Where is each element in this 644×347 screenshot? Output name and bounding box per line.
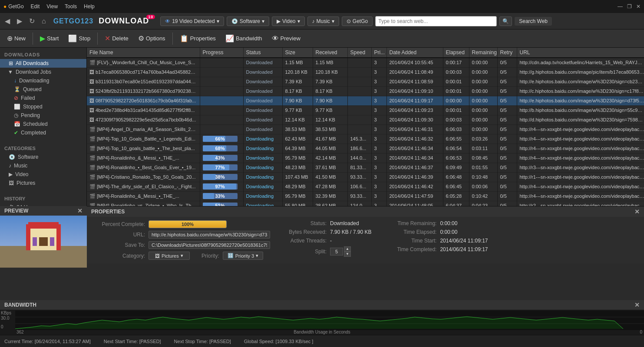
- software-btn[interactable]: 💿 Software ▾: [227, 16, 269, 26]
- sidebar-item-video[interactable]: ▶ Video: [0, 170, 86, 179]
- cell-elapsed: 6:06:55: [443, 134, 469, 144]
- nav-forward-btn[interactable]: ▶: [15, 16, 24, 26]
- preview-close-btn[interactable]: ✕: [77, 207, 83, 214]
- nav-refresh-btn[interactable]: ↻: [27, 16, 37, 26]
- sidebar-item-queued[interactable]: ⏳ Queued: [0, 85, 86, 94]
- col-header-pri[interactable]: Pri...: [371, 48, 386, 58]
- sidebar-item-pictures[interactable]: 🖼 Pictures: [0, 179, 86, 187]
- bandwidth-button[interactable]: 📈 Bandwidth: [221, 33, 267, 44]
- table-row[interactable]: 🎬[MP4]-Top_10_Goals_Battle_•_Legends_Edi…: [87, 134, 644, 144]
- table-container[interactable]: File Name Progress Status Size Received …: [87, 48, 644, 206]
- cat-dropdown-icon: ▾: [181, 253, 183, 259]
- sidebar-item-scheduled[interactable]: 📅 Scheduled: [0, 120, 86, 128]
- sidebar-item-stopped[interactable]: ⬜ Stopped: [0, 102, 86, 111]
- nav-home-btn[interactable]: ⌂: [40, 16, 48, 26]
- cell-progress: 33%: [200, 191, 243, 201]
- cell-size: 64.39 MB: [282, 144, 313, 153]
- cell-status: Downloaded: [243, 77, 282, 86]
- col-header-status[interactable]: Status: [243, 48, 282, 58]
- col-header-filename[interactable]: File Name: [87, 48, 200, 58]
- col-header-size[interactable]: Size: [282, 48, 313, 58]
- properties-close-btn[interactable]: ✕: [634, 208, 640, 215]
- table-row[interactable]: 🖼472309f79052982229e5ed25d5ca7bcb0b46d..…: [87, 115, 644, 124]
- table-row[interactable]: 🖼b17eca8065380cd7174a760ba344ad3458828..…: [87, 67, 644, 77]
- table-row[interactable]: 🎬[MP4]-Ronaldinho_vs_Zidane_•_Who_Is_Th.…: [87, 201, 644, 206]
- cell-status: Downloaded: [243, 67, 282, 77]
- cell-pri: 3: [371, 115, 386, 124]
- cell-progress: [200, 124, 243, 134]
- win-close[interactable]: ✕: [636, 3, 641, 10]
- new-button[interactable]: ⊕ New: [3, 33, 30, 44]
- cell-url: http://e.hiphotos.baidu.com/image/w%3D23…: [517, 96, 644, 105]
- stop-button[interactable]: ⬜ Stop: [64, 33, 95, 44]
- table-row[interactable]: 🎬[MP4]-The_dirty_side_of_El_Clasico_-_Fi…: [87, 182, 644, 191]
- menu-tools[interactable]: Tools: [65, 3, 77, 10]
- bw-yzero: 0: [1, 324, 3, 329]
- search-box[interactable]: [375, 16, 497, 26]
- saveto-field[interactable]: [149, 241, 270, 249]
- music-btn[interactable]: ♪ Music ▾: [307, 16, 339, 26]
- nav-back-btn[interactable]: ◀: [3, 16, 12, 26]
- delete-button[interactable]: ✕ Delete: [100, 33, 133, 44]
- sidebar-item-download-jobs[interactable]: ▼ Download Jobs: [0, 68, 86, 76]
- col-header-progress[interactable]: Progress: [200, 48, 243, 58]
- table-row[interactable]: 🎬[MP4]-Cristiano_Ronaldo_Top_50_Goals_20…: [87, 172, 644, 182]
- bandwidth-close-btn[interactable]: ✕: [634, 301, 640, 308]
- table-row[interactable]: 🖼5243fbf2b211931332172b5667380cd790238d.…: [87, 86, 644, 96]
- col-header-elapsed[interactable]: Elapsed: [443, 48, 469, 58]
- start-button[interactable]: ▶ Start: [36, 33, 63, 44]
- search-input[interactable]: [376, 16, 496, 26]
- col-header-speed[interactable]: Speed: [347, 48, 371, 58]
- options-button[interactable]: ⚙ Options: [134, 33, 170, 44]
- preview-button[interactable]: 👁 Preview: [268, 33, 305, 44]
- menu-edit[interactable]: Edit: [31, 3, 40, 10]
- cell-speed: [347, 96, 371, 105]
- menu-view[interactable]: View: [46, 3, 58, 10]
- sidebar-item-all-downloads[interactable]: ⊞ All Downloads: [0, 59, 86, 68]
- split-down-btn[interactable]: ▼: [344, 252, 351, 257]
- table-row[interactable]: 🖼4bed2e738bd4b31ca941435d85d6277f9f2ff8.…: [87, 105, 644, 115]
- properties-button[interactable]: 📋 Properties: [175, 33, 220, 44]
- split-up-btn[interactable]: ▲: [344, 246, 351, 252]
- sidebar-item-completed[interactable]: ✔ Completed: [0, 128, 86, 137]
- menu-getgo[interactable]: GetGo: [8, 3, 23, 10]
- col-header-remaining[interactable]: Remaining: [469, 48, 497, 58]
- sidebar-item-failed[interactable]: ⊘ Failed: [0, 94, 86, 102]
- sidebar-item-24h[interactable]: ⏱ 24 Hours: [0, 203, 86, 206]
- detect-btn[interactable]: 👁 19 Video Detected ▾: [160, 16, 224, 26]
- split-input[interactable]: [330, 248, 343, 255]
- search-web-btn[interactable]: Search Web: [515, 17, 552, 26]
- table-row[interactable]: 🎬[MP4]-Ronaldinho_&_Messi_•_THE_... 33% …: [87, 191, 644, 201]
- table-row[interactable]: 🖼b3119313b07eca80e151ed01932397dda0448..…: [87, 77, 644, 86]
- win-restore[interactable]: ❐: [627, 3, 632, 10]
- table-row[interactable]: 🎬[FLV]-_Wonderfull_Chill_Out_Music_Love_…: [87, 58, 644, 67]
- col-header-received[interactable]: Received: [313, 48, 347, 58]
- table-row[interactable]: 🎬[MP4]-Ronaldinho_•_Best_Goals_Ever_•_19…: [87, 163, 644, 172]
- priority-select[interactable]: 🔢 Priority 3 ▾: [223, 252, 263, 260]
- sidebar-item-software[interactable]: 💿 Software: [0, 153, 86, 161]
- win-minimize[interactable]: —: [618, 3, 623, 10]
- cell-remaining: 0:00:00: [469, 67, 497, 77]
- cell-filename: 🎬[MP4]-Cristiano_Ronaldo_Top_50_Goals_20…: [87, 172, 200, 182]
- properties-header: PROPERTIES ✕: [87, 206, 644, 217]
- category-label: Category:: [93, 253, 145, 259]
- table-row[interactable]: 🎬[MP4]-Top_10_goals_battle_•_The_best_pl…: [87, 144, 644, 153]
- col-header-date[interactable]: Date Added: [386, 48, 443, 58]
- search-magnifier-icon[interactable]: 🔍: [499, 16, 512, 26]
- sep2: [97, 33, 98, 45]
- table-row[interactable]: 🖼08f790529822720e5018361c79cb0a46f31fab.…: [87, 96, 644, 105]
- sidebar-item-pending[interactable]: ◷ Pending: [0, 111, 86, 120]
- col-header-url[interactable]: URL: [517, 48, 644, 58]
- bandwidth-chart: KBps 30.0 0 362 Bandwidth Usage in Secon…: [0, 310, 644, 334]
- sidebar-item-music[interactable]: ♪ Music: [0, 161, 86, 170]
- getgo-btn[interactable]: ⊙ GetGo: [342, 16, 373, 26]
- table-row[interactable]: 🎬[MP4]-Ronaldinho_&_Messi_•_THE_... 43% …: [87, 153, 644, 163]
- category-select[interactable]: 🖼 Pictures ▾: [149, 252, 190, 260]
- menu-help[interactable]: Help: [84, 3, 95, 10]
- sidebar-item-downloading[interactable]: ↓ Downloading: [0, 76, 86, 85]
- table-row[interactable]: 🎬[MP4]-Angel_Di_maria_All_Season_Skills_…: [87, 124, 644, 134]
- col-header-retry[interactable]: Retry: [497, 48, 517, 58]
- prop-split-row: Split: ▲ ▼: [283, 246, 371, 257]
- video-btn[interactable]: ▶ Video ▾: [272, 16, 304, 26]
- url-field[interactable]: [149, 231, 270, 239]
